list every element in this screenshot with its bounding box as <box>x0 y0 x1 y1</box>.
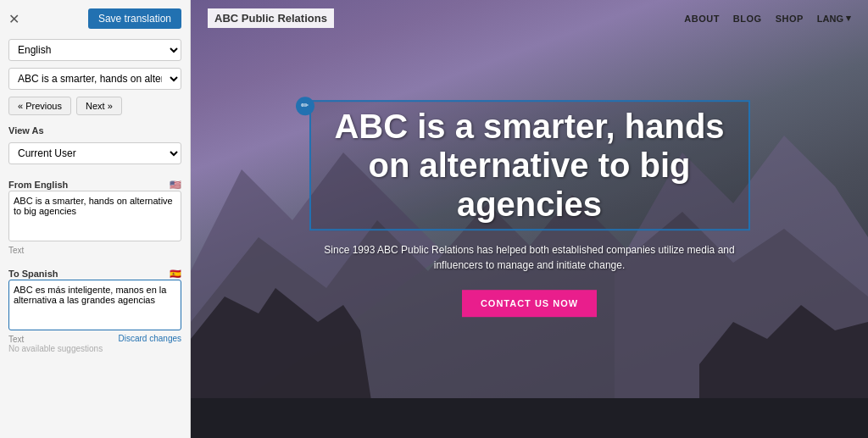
nav-shop[interactable]: SHOP <box>776 14 804 24</box>
site-header: ABC Public Relations ABOUT BLOG SHOP LAN… <box>191 0 868 36</box>
panel-header: ✕ Save translation <box>8 8 181 29</box>
to-language-label: To Spanish 🇪🇸 <box>8 269 181 279</box>
pagination-nav: « Previous Next » <box>8 97 181 115</box>
translation-panel: ✕ Save translation English ABC is a smar… <box>0 0 191 438</box>
nav-about[interactable]: ABOUT <box>684 14 720 24</box>
prev-button[interactable]: « Previous <box>8 97 71 115</box>
view-as-label: View As <box>8 125 181 136</box>
cta-button[interactable]: CONTACT US NOW <box>462 290 597 317</box>
hero-subtext: Since 1993 ABC Public Relations has help… <box>309 242 750 273</box>
svg-rect-5 <box>191 398 868 438</box>
from-language-label: From English 🇺🇸 <box>8 180 181 190</box>
next-button[interactable]: Next » <box>76 97 122 115</box>
close-button[interactable]: ✕ <box>8 11 19 27</box>
to-text-area[interactable]: ABC es más inteligente, manos en la alte… <box>8 280 181 330</box>
to-flag: 🇪🇸 <box>170 269 181 280</box>
to-field-type: Text <box>8 335 24 344</box>
view-as-select[interactable]: Current User <box>8 142 181 164</box>
site-nav: ABOUT BLOG SHOP LANG ▾ <box>684 13 851 24</box>
no-suggestions-text: No available suggestions <box>8 344 181 353</box>
site-logo: ABC Public Relations <box>208 8 334 28</box>
website-preview: ABC Public Relations ABOUT BLOG SHOP LAN… <box>191 0 868 438</box>
from-text-area[interactable]: ABC is a smarter, hands on alternative t… <box>8 191 181 241</box>
hero-headline-box: ABC is a smarter, hands on alternative t… <box>309 100 750 230</box>
from-flag: 🇺🇸 <box>170 180 181 191</box>
hero-headline: ABC is a smarter, hands on alternative t… <box>320 107 740 224</box>
edit-pencil-icon[interactable] <box>296 97 314 115</box>
string-select[interactable]: ABC is a smarter, hands on alternative t… <box>8 68 181 90</box>
hero-content: ABC is a smarter, hands on alternative t… <box>309 100 750 317</box>
chevron-down-icon: ▾ <box>846 13 851 24</box>
nav-blog[interactable]: BLOG <box>733 14 762 24</box>
from-field-type: Text <box>8 246 181 255</box>
language-select[interactable]: English <box>8 39 181 61</box>
nav-lang-dropdown[interactable]: LANG ▾ <box>817 13 851 24</box>
save-translation-button[interactable]: Save translation <box>88 8 181 29</box>
discard-changes-link[interactable]: Discard changes <box>119 334 181 343</box>
